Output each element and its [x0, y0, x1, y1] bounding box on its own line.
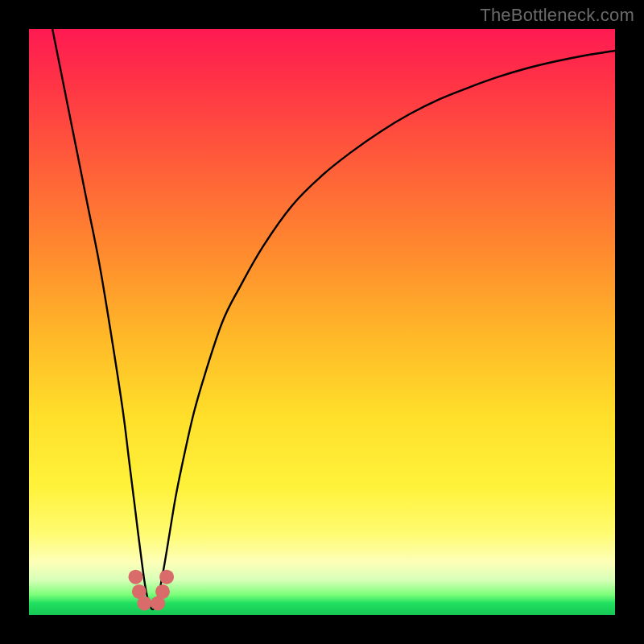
watermark-text: TheBottleneck.com: [480, 5, 634, 26]
plot-area: [29, 29, 615, 615]
curve-layer: [29, 29, 615, 615]
curve-marker: [155, 584, 170, 599]
curve-markers: [129, 570, 175, 611]
curve-marker: [129, 570, 143, 584]
bottleneck-curve: [52, 29, 615, 609]
chart-frame: TheBottleneck.com: [0, 0, 644, 644]
curve-marker: [159, 570, 174, 584]
curve-marker: [137, 596, 151, 610]
